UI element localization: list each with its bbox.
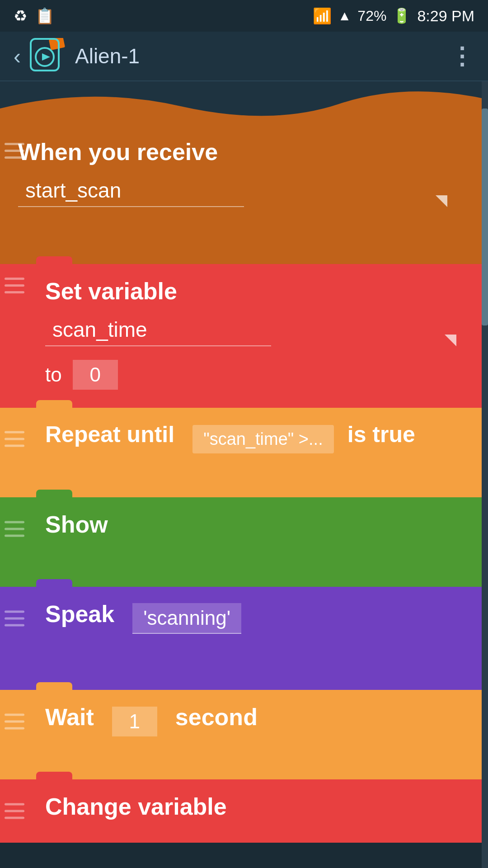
drag-handle-speak[interactable] [5,611,24,627]
block-change-variable: Change variable [0,779,488,843]
set-variable-value[interactable]: 0 [73,360,118,390]
time-display: 8:29 PM [417,7,474,25]
wait-unit: second [175,703,258,731]
block-show: Show [0,497,488,588]
notch-bottom-wait [36,772,72,781]
app-bar: ‹ Alien-1 ⋮ [0,32,488,81]
set-variable-title: Set variable [45,278,470,305]
repeat-is-true: is true [347,421,415,448]
clipboard-icon: 📋 [35,7,54,25]
signal-icon: ▲ [338,8,352,24]
repeat-condition[interactable]: "scan_time" >... [192,425,334,453]
when-receive-input[interactable]: start_scan [18,175,244,207]
repeat-title: Repeat until [45,421,174,448]
battery-icon: 🔋 [393,7,411,24]
show-title: Show [45,511,108,538]
scrollbar-thumb[interactable] [482,108,488,326]
wifi-icon: 📶 [313,7,332,25]
drag-handle-when[interactable] [5,143,24,159]
dropdown-arrow-set[interactable] [445,335,456,346]
app-icon [30,38,66,74]
svg-marker-3 [42,53,50,61]
more-options-button[interactable]: ⋮ [450,42,474,70]
notch-bottom-show [36,579,72,588]
block-set-variable: Set variable scan_time to 0 [0,264,488,409]
when-receive-title: When you receive [18,138,461,165]
wait-value[interactable]: 1 [112,707,157,736]
notch-bottom-repeat [36,490,72,499]
drag-handle-repeat[interactable] [5,431,24,447]
speak-value[interactable]: 'scanning' [132,603,241,634]
status-right: 📶 ▲ 72% 🔋 8:29 PM [313,7,474,25]
app-title: Alien-1 [75,44,450,68]
to-label: to [45,363,62,386]
block-speak: Speak 'scanning' [0,587,488,691]
drag-handle-set[interactable] [5,278,24,293]
drag-handle-wait[interactable] [5,714,24,730]
change-variable-title: Change variable [45,793,227,820]
main-content: When you receive start_scan Set variable… [0,81,488,868]
back-button[interactable]: ‹ [14,44,21,69]
speak-title: Speak [45,600,114,627]
dropdown-arrow-when[interactable] [436,195,447,207]
block-when-receive: When you receive start_scan [0,129,488,265]
recycle-icon: ♻ [14,7,27,25]
notch-bottom-speak [36,682,72,691]
battery-percent: 72% [357,8,386,24]
notch-bottom-set [36,400,72,409]
wait-title: Wait [45,703,94,731]
notch-bottom-when [36,256,72,265]
drag-handle-change[interactable] [5,803,24,819]
drag-handle-show[interactable] [5,521,24,537]
set-variable-value-row: to 0 [45,360,470,390]
block-wait: Wait 1 second [0,690,488,780]
status-bar: ♻ 📋 📶 ▲ 72% 🔋 8:29 PM [0,0,488,32]
status-left: ♻ 📋 [14,7,54,25]
wave-header [0,81,488,131]
block-repeat: Repeat until "scan_time" >... is true [0,408,488,498]
set-variable-name[interactable]: scan_time [45,314,271,346]
scrollbar[interactable] [482,81,488,868]
